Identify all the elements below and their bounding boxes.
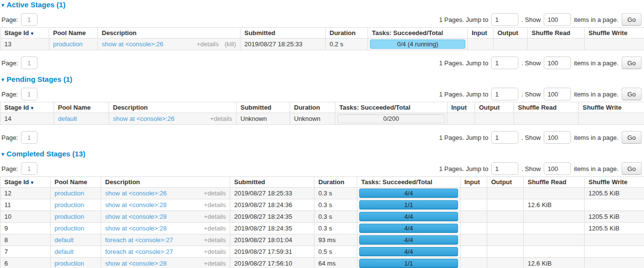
jump-to-input[interactable]	[491, 13, 518, 26]
go-button[interactable]: Go	[622, 13, 642, 26]
column-header[interactable]: Pool Name	[49, 28, 98, 38]
column-header[interactable]: Pool Name	[54, 102, 109, 113]
pages-count-text: 1 Pages. Jump to	[439, 16, 488, 23]
pool-name-link[interactable]: production	[53, 40, 83, 48]
show-count-input[interactable]	[544, 88, 571, 100]
column-header[interactable]: Input	[447, 102, 475, 113]
pool-name-cell: production	[51, 223, 101, 234]
column-header[interactable]: Output	[487, 177, 524, 188]
jump-to-input[interactable]	[491, 162, 518, 175]
description-link[interactable]: foreach at <console>:27	[105, 236, 204, 244]
column-header[interactable]: Submitted	[230, 177, 314, 188]
show-count-input[interactable]	[544, 57, 571, 69]
details-toggle[interactable]: +details	[204, 236, 226, 244]
column-header[interactable]: Description	[109, 102, 237, 113]
go-button[interactable]: Go	[622, 57, 642, 69]
description-link[interactable]: foreach at <console>:27	[105, 248, 204, 255]
column-header[interactable]: Stage Id▾	[0, 177, 51, 188]
column-header-label: Duration	[318, 178, 344, 186]
description-cell: foreach at <console>:27 +details	[101, 246, 230, 258]
jump-to-input[interactable]	[491, 88, 518, 100]
pool-name-cell: production	[49, 38, 98, 50]
page-label: Page:	[1, 165, 18, 172]
description-link[interactable]: show at <console>:28	[105, 225, 204, 232]
pool-name-link[interactable]: default	[58, 115, 77, 122]
column-header[interactable]: Input	[460, 177, 487, 188]
description-link[interactable]: show at <console>:28	[105, 201, 204, 209]
page-jump-controls: 1 Pages. Jump to . Show items in a page.…	[439, 131, 642, 144]
pool-name-link[interactable]: default	[55, 248, 74, 255]
description-link[interactable]: show at <console>:26	[113, 115, 210, 122]
details-toggle[interactable]: +details	[197, 40, 219, 48]
kill-link[interactable]: (kill)	[224, 40, 236, 48]
show-count-input[interactable]	[544, 162, 571, 175]
description-cell: show at <console>:28 +details	[101, 211, 230, 223]
page-number-input[interactable]	[21, 88, 37, 100]
details-toggle[interactable]: +details	[204, 201, 226, 209]
shuffle-read-cell	[524, 234, 585, 246]
description-link[interactable]: show at <console>:28	[105, 213, 204, 220]
column-header[interactable]: Pool Name	[51, 177, 101, 188]
pool-name-link[interactable]: production	[55, 225, 84, 232]
description-link[interactable]: show at <console>:26	[102, 40, 197, 48]
column-header[interactable]: Stage Id▾	[0, 102, 54, 113]
column-header[interactable]: Output	[494, 28, 528, 38]
column-header[interactable]: Description	[98, 28, 240, 38]
table-header-row: Stage Id▾Pool NameDescriptionSubmittedDu…	[0, 102, 644, 113]
jump-to-input[interactable]	[491, 57, 518, 69]
column-header[interactable]: Output	[475, 102, 514, 113]
page-number-input[interactable]	[21, 162, 37, 175]
jump-to-input[interactable]	[491, 131, 518, 144]
details-toggle[interactable]: +details	[204, 260, 226, 267]
page-number-input[interactable]	[21, 131, 37, 144]
column-header-label: Submitted	[240, 104, 272, 111]
tasks-cell: 1/1	[357, 199, 460, 211]
submitted-cell: 2019/08/27 18:24:36	[230, 199, 314, 211]
shuffle-write-cell: 1205.5 KiB	[585, 188, 644, 199]
column-header[interactable]: Description	[101, 177, 230, 188]
completed-stages-heading[interactable]: ▾ Completed Stages (13)	[1, 149, 644, 158]
column-header[interactable]: Tasks: Succeeded/Total	[368, 28, 468, 38]
page-number-input[interactable]	[21, 57, 37, 69]
column-header[interactable]: Input	[468, 28, 494, 38]
show-count-input[interactable]	[544, 131, 571, 144]
column-header[interactable]: Duration	[314, 177, 357, 188]
go-button[interactable]: Go	[622, 131, 642, 144]
pool-name-link[interactable]: production	[55, 260, 84, 267]
details-toggle[interactable]: +details	[204, 225, 226, 232]
pool-name-link[interactable]: production	[55, 213, 84, 220]
details-toggle[interactable]: +details	[204, 213, 226, 220]
column-header[interactable]: Submitted	[237, 102, 290, 113]
column-header[interactable]: Shuffle Write	[585, 28, 644, 38]
column-header[interactable]: Tasks: Succeeded/Total	[335, 102, 447, 113]
column-header[interactable]: Shuffle Write	[579, 102, 644, 113]
details-toggle[interactable]: +details	[204, 248, 226, 255]
active-stages-heading[interactable]: ▾ Active Stages (1)	[1, 0, 644, 9]
go-button[interactable]: Go	[622, 162, 642, 175]
output-cell	[494, 38, 528, 50]
column-header[interactable]: Stage Id▾	[0, 28, 49, 38]
show-count-input[interactable]	[544, 13, 571, 26]
details-toggle[interactable]: +details	[210, 115, 232, 122]
column-header[interactable]: Duration	[290, 102, 335, 113]
duration-cell: 0.3 s	[314, 223, 357, 234]
column-header[interactable]: Shuffle Read	[514, 102, 579, 113]
page-number-input[interactable]	[21, 13, 37, 26]
column-header[interactable]: Shuffle Read	[528, 28, 585, 38]
column-header[interactable]: Shuffle Write	[585, 177, 644, 188]
details-toggle[interactable]: +details	[204, 190, 226, 197]
pending-stages-heading[interactable]: ▾ Pending Stages (1)	[1, 75, 644, 83]
stage-table-row: 14 default show at <console>:26 +details…	[0, 113, 644, 125]
column-header[interactable]: Tasks: Succeeded/Total	[357, 177, 460, 188]
column-header[interactable]: Duration	[326, 28, 368, 38]
description-link[interactable]: show at <console>:28	[105, 260, 204, 267]
pool-name-link[interactable]: production	[55, 201, 84, 209]
pool-name-link[interactable]: default	[55, 236, 74, 244]
description-link[interactable]: show at <console>:26	[105, 190, 204, 197]
column-header[interactable]: Submitted	[240, 28, 326, 38]
go-button[interactable]: Go	[622, 88, 642, 100]
submitted-cell: 2019/08/27 18:24:35	[230, 223, 314, 234]
output-cell	[475, 113, 514, 125]
column-header[interactable]: Shuffle Read	[524, 177, 585, 188]
pool-name-link[interactable]: production	[55, 190, 84, 197]
